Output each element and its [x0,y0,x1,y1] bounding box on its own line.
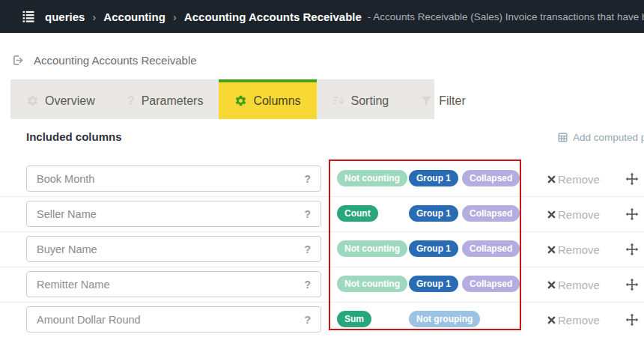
column-name: Amount Dollar Round [37,314,141,326]
badge-group: Not counting Group 1 Collapsed [337,240,523,257]
remove-x-icon [547,316,556,324]
tab-columns[interactable]: Columns [219,79,316,119]
badge-group-1: Group 1 [409,170,458,186]
help-icon[interactable]: ? [304,173,311,185]
column-row: Book Month ? Not counting Group 1 Collap… [0,162,644,197]
remove-x-icon [547,281,556,289]
help-icon[interactable]: ? [304,208,311,220]
filter-icon [420,94,433,107]
sort-icon [332,94,345,107]
tab-label: Filter [439,94,466,108]
breadcrumb-separator-icon: › [173,10,177,23]
page-title: Accounting Accounts Receivable [34,54,197,67]
breadcrumb-queries[interactable]: queries [45,10,85,23]
column-row: Amount Dollar Round ? Sum Not grouping R… [0,303,644,337]
remove-button[interactable]: Remove [547,208,600,221]
column-field-input[interactable]: Buyer Name ? [26,236,321,262]
remove-button[interactable]: Remove [547,314,600,327]
move-handle-icon[interactable] [625,172,639,186]
included-columns-heading: Included columns [26,130,122,143]
badge-group: Count Group 1 Collapsed [337,205,523,222]
remove-label: Remove [558,208,600,221]
badge-group: Not counting Group 1 Collapsed [337,170,523,186]
remove-button[interactable]: Remove [547,279,600,291]
cogs-icon [234,94,247,107]
column-row: Remitter Name ? Not counting Group 1 Col… [0,267,644,303]
tab-filter[interactable]: Filter [404,79,482,119]
remove-button[interactable]: Remove [547,243,600,256]
tab-label: Parameters [142,94,204,108]
help-icon[interactable]: ? [304,314,311,326]
badge-group-1: Group 1 [409,205,458,222]
column-row: Buyer Name ? Not counting Group 1 Collap… [0,232,644,267]
breadcrumb-separator-icon: › [92,10,96,23]
breadcrumb-accounting[interactable]: Accounting [103,10,165,23]
column-name: Buyer Name [37,243,97,255]
badge-not-counting: Not counting [337,240,407,257]
column-field-input[interactable]: Book Month ? [26,166,321,192]
tab-label: Sorting [351,94,389,108]
badge-group: Sum Not grouping [337,311,484,327]
export-icon[interactable] [12,54,25,67]
tab-parameters[interactable]: ? Parameters [111,79,219,119]
breadcrumb-current-query[interactable]: Accounting Accounts Receivable [184,10,362,23]
top-navigation-bar: queries › Accounting › Accounting Accoun… [0,0,644,33]
calculator-icon [557,132,568,143]
column-name: Remitter Name [37,279,110,291]
tab-label: Overview [45,94,95,108]
badge-group-1: Group 1 [409,240,458,257]
breadcrumb: queries › Accounting › Accounting Accoun… [45,10,362,23]
remove-label: Remove [558,279,600,291]
included-columns-list: Book Month ? Not counting Group 1 Collap… [0,162,644,337]
badge-collapsed: Collapsed [462,276,520,292]
remove-button[interactable]: Remove [547,173,600,186]
badge-sum: Sum [337,311,371,327]
remove-label: Remove [558,314,600,327]
tab-label: Columns [253,94,300,108]
column-field-input[interactable]: Remitter Name ? [26,271,321,297]
badge-group-1: Group 1 [409,276,458,292]
tab-sorting[interactable]: Sorting [317,79,405,119]
tab-overview[interactable]: Overview [10,79,111,119]
badge-collapsed: Collapsed [462,240,520,257]
badge-collapsed: Collapsed [462,205,520,222]
tab-bar: Overview ? Parameters Columns Sorting Fi… [10,79,434,119]
badge-collapsed: Collapsed [462,170,520,186]
column-name: Book Month [37,173,94,185]
add-computed-property-button[interactable]: Add computed prop [557,132,644,143]
move-handle-icon[interactable] [625,278,639,291]
move-handle-icon[interactable] [625,207,639,221]
question-icon: ? [127,94,136,108]
column-row: Seller Name ? Count Group 1 Collapsed Re… [0,197,644,232]
column-field-input[interactable]: Amount Dollar Round ? [26,306,321,333]
remove-x-icon [547,210,556,219]
move-handle-icon[interactable] [625,243,639,256]
add-computed-label: Add computed prop [573,132,644,143]
badge-group: Not counting Group 1 Collapsed [337,276,523,292]
column-field-input[interactable]: Seller Name ? [26,201,321,227]
help-icon[interactable]: ? [304,279,311,291]
menu-list-icon[interactable] [21,9,36,24]
remove-x-icon [547,246,556,254]
column-name: Seller Name [37,208,97,220]
cogs-icon [26,94,39,107]
remove-label: Remove [558,173,600,186]
badge-not-counting: Not counting [337,276,407,292]
help-icon[interactable]: ? [304,243,311,255]
page-header: Accounting Accounts Receivable [12,54,197,67]
remove-x-icon [547,175,556,183]
badge-not-grouping: Not grouping [409,311,480,327]
move-handle-icon[interactable] [625,313,639,327]
query-description: - Accounts Receivable (Sales) Invoice tr… [368,11,644,22]
badge-not-counting: Not counting [337,170,407,186]
remove-label: Remove [558,243,600,256]
badge-count: Count [337,205,378,222]
